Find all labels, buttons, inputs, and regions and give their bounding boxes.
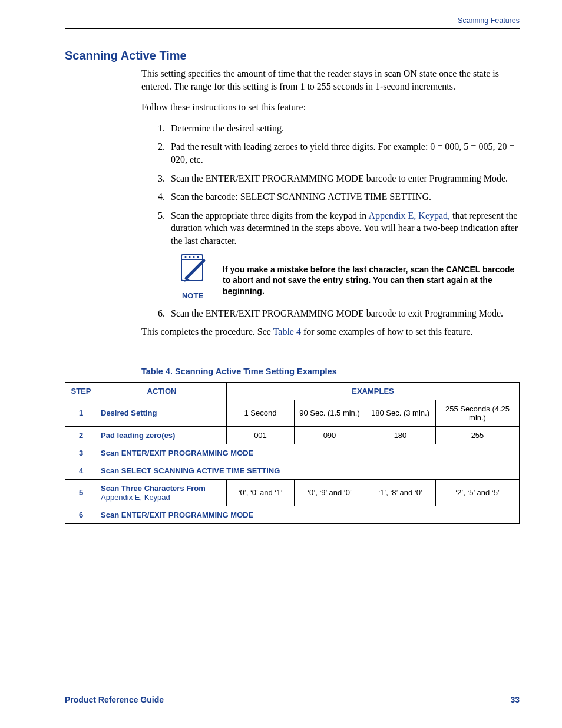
page-footer: Product Reference Guide 33: [65, 690, 520, 704]
body-content: This setting specifies the amount of tim…: [141, 67, 520, 338]
note-label: NOTE: [182, 291, 203, 301]
cell-step: 6: [65, 506, 97, 523]
intro-paragraph-1: This setting specifies the amount of tim…: [141, 67, 520, 93]
table-row: 1 Desired Setting 1 Second 90 Sec. (1.5 …: [65, 400, 520, 426]
appendix-e-link[interactable]: Appendix E, Keypad: [101, 493, 170, 502]
svg-rect-0: [181, 255, 203, 281]
header-action: ACTION: [97, 382, 227, 400]
cell-action: Scan ENTER/EXIT PROGRAMMING MODE: [97, 444, 520, 462]
note-text: If you make a mistake before the last ch…: [223, 264, 520, 298]
table-header-row: STEP ACTION EXAMPLES: [65, 382, 520, 400]
intro-paragraph-2: Follow these instructions to set this fe…: [141, 101, 520, 114]
cell-action-text: Scan Three Characters From: [101, 484, 206, 493]
page: Scanning Features Scanning Active Time T…: [0, 0, 562, 728]
cell-step: 2: [65, 426, 97, 444]
cell-example: 255 Seconds (4.25 min.): [436, 400, 520, 426]
cell-example: 90 Sec. (1.5 min.): [295, 400, 365, 426]
cell-example: 1 Second: [227, 400, 295, 426]
notepad-icon: [178, 252, 207, 288]
cell-example: ‘0’, ‘0’ and ‘1’: [227, 479, 295, 506]
step-4: Scan the barcode: SELECT SCANNING ACTIVE…: [167, 190, 520, 203]
section-title: Scanning Active Time: [65, 49, 520, 62]
svg-point-2: [185, 256, 187, 258]
step-5-text-a: Scan the appropriate three digits from t…: [171, 210, 368, 220]
cell-example: 255: [436, 426, 520, 444]
step-1: Determine the desired setting.: [167, 122, 520, 135]
cell-step: 5: [65, 479, 97, 506]
svg-point-3: [189, 256, 191, 258]
step-5: Scan the appropriate three digits from t…: [167, 209, 520, 301]
cell-example: ‘1’, ‘8’ and ‘0’: [365, 479, 436, 506]
header-section-label: Scanning Features: [65, 17, 520, 29]
instruction-list: Determine the desired setting. Pad the r…: [141, 122, 520, 319]
note-icon-column: NOTE: [178, 252, 207, 301]
cell-step: 4: [65, 462, 97, 479]
closing-text-a: This completes the procedure. See: [141, 327, 273, 337]
cell-step: 3: [65, 444, 97, 462]
cell-example: 180 Sec. (3 min.): [365, 400, 436, 426]
table-4-link[interactable]: Table 4: [273, 327, 301, 337]
header-step: STEP: [65, 382, 97, 400]
svg-point-5: [197, 256, 199, 258]
examples-table: STEP ACTION EXAMPLES 1 Desired Setting 1…: [65, 382, 520, 524]
table-row: 5 Scan Three Characters From Appendix E,…: [65, 479, 520, 506]
step-2: Pad the result with leading zeroes to yi…: [167, 140, 520, 166]
closing-paragraph: This completes the procedure. See Table …: [141, 325, 520, 338]
cell-example: 090: [295, 426, 365, 444]
table-row: 3 Scan ENTER/EXIT PROGRAMMING MODE: [65, 444, 520, 462]
cell-action: Desired Setting: [97, 400, 227, 426]
cell-action: Pad leading zero(es): [97, 426, 227, 444]
closing-text-b: for some examples of how to set this fea…: [301, 327, 472, 337]
cell-example: ‘0’, ‘9’ and ‘0’: [295, 479, 365, 506]
footer-page-number: 33: [510, 695, 520, 704]
cell-action: Scan Three Characters From Appendix E, K…: [97, 479, 227, 506]
cell-example: 180: [365, 426, 436, 444]
table-row: 4 Scan SELECT SCANNING ACTIVE TIME SETTI…: [65, 462, 520, 479]
step-6: Scan the ENTER/EXIT PROGRAMMING MODE bar…: [167, 307, 520, 320]
cell-example: 001: [227, 426, 295, 444]
cell-step: 1: [65, 400, 97, 426]
cell-action: Scan SELECT SCANNING ACTIVE TIME SETTING: [97, 462, 520, 479]
step-3: Scan the ENTER/EXIT PROGRAMMING MODE bar…: [167, 172, 520, 185]
table-row: 6 Scan ENTER/EXIT PROGRAMMING MODE: [65, 506, 520, 523]
svg-point-4: [193, 256, 195, 258]
table-row: 2 Pad leading zero(es) 001 090 180 255: [65, 426, 520, 444]
cell-example: ‘2’, ‘5’ and ‘5’: [436, 479, 520, 506]
table-caption: Table 4. Scanning Active Time Setting Ex…: [141, 367, 520, 376]
cell-action: Scan ENTER/EXIT PROGRAMMING MODE: [97, 506, 520, 523]
appendix-e-link[interactable]: Appendix E, Keypad,: [368, 210, 450, 220]
note-block: NOTE If you make a mistake before the la…: [178, 252, 520, 301]
footer-doc-title: Product Reference Guide: [65, 695, 164, 704]
header-examples: EXAMPLES: [227, 382, 520, 400]
